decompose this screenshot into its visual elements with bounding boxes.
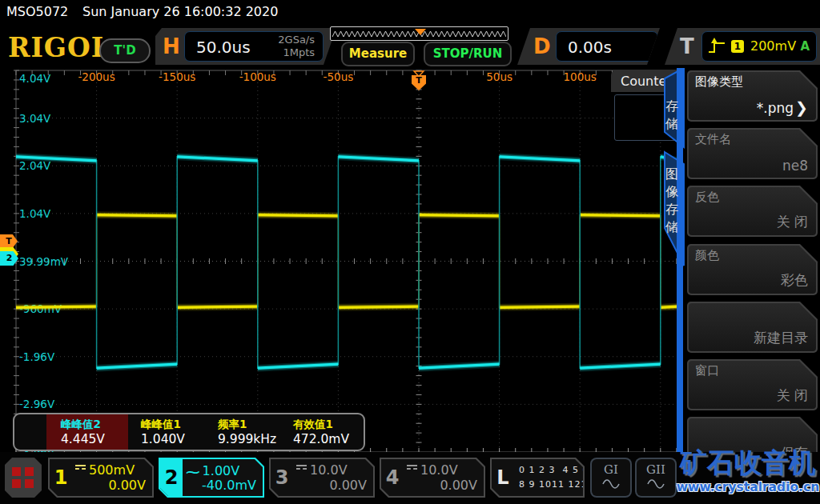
digital-channels-row1: 0 1 2 3 4 5 6 7 [519, 465, 599, 475]
generator1-box[interactable]: GI [590, 458, 632, 498]
dc-coupling-icon [296, 465, 307, 473]
measurement-freq1[interactable]: 频率1 9.999kHz [218, 414, 290, 450]
svg-text:4.04V: 4.04V [19, 72, 51, 85]
dc-coupling-icon [407, 465, 417, 473]
channel3-box[interactable]: 3 10.0V 0.00V [269, 458, 375, 498]
quick-menu-button[interactable] [5, 458, 42, 498]
sine-wave-icon [646, 479, 665, 489]
svg-text:-100us: -100us [239, 70, 276, 83]
channel4-number: 4 [381, 459, 404, 496]
measurement-panel: 峰峰值2 4.445V 峰峰值1 1.040V 频率1 9.999kHz 有效值… [13, 413, 365, 451]
channel4-box[interactable]: 4 10.0V 0.00V [380, 458, 485, 498]
ac-coupling-icon: ~ [184, 462, 201, 482]
svg-text:3.04V: 3.04V [19, 112, 51, 125]
svg-text:50us: 50us [486, 70, 512, 83]
menu-item-color[interactable]: 颜色 彩色 [687, 244, 818, 295]
measurement-vrms1[interactable]: 有效值1 472.0mV [293, 414, 360, 450]
svg-text:-2.96V: -2.96V [19, 398, 55, 410]
chevron-right-icon: ❯ [795, 98, 808, 116]
sine-wave-icon [601, 479, 621, 489]
channel3-number: 3 [271, 459, 293, 496]
channel1-box[interactable]: 1 500mV 0.00V [48, 458, 154, 498]
tab-image-storage[interactable]: 图像存储 [665, 166, 679, 236]
watermark-title: 矿石收音机 [676, 445, 820, 480]
logic-label: L [492, 459, 514, 496]
menu-border-line [677, 68, 683, 504]
channel2-number: 2 [160, 459, 183, 496]
channel2-box[interactable]: 2 ~1.00V -40.0mV [159, 458, 264, 498]
channel1-number: 1 [50, 459, 72, 496]
watermark: 矿石收音机 www.crystalradio.cn [676, 445, 820, 494]
logic-analyzer-box[interactable]: L 0 1 2 3 4 5 6 7 8 9 1011 12131415 [490, 458, 585, 498]
generator2-box[interactable]: GII [635, 458, 677, 498]
tab-storage[interactable]: 存储 [665, 98, 679, 133]
measurement-vpp2[interactable]: 峰峰值2 4.445V [61, 414, 138, 450]
watermark-url: www.crystalradio.cn [676, 480, 820, 494]
svg-text:-150us: -150us [159, 70, 195, 83]
measurement-vpp1[interactable]: 峰峰值1 1.040V [141, 414, 215, 450]
menu-item-new-directory[interactable]: 新建目录 [687, 302, 818, 353]
svg-text:-50us: -50us [324, 70, 354, 83]
menu-item-filename[interactable]: 文件名 ne8 [687, 128, 818, 179]
svg-text:39.99mV: 39.99mV [19, 255, 69, 268]
svg-text:-200us: -200us [78, 70, 115, 83]
svg-text:100us: 100us [564, 70, 597, 83]
menu-item-window[interactable]: 窗口 关 闭 [687, 359, 818, 410]
svg-text:1.04V: 1.04V [19, 207, 51, 220]
svg-text:-1.96V: -1.96V [19, 350, 55, 363]
menu-item-invert[interactable]: 反色 关 闭 [687, 186, 818, 237]
menu-item-image-type[interactable]: 图像类型 *.png❯ [687, 70, 818, 122]
menu-panel: 图像类型 *.png❯ 文件名 ne8 反色 关 闭 颜色 彩色 新建目录 窗口… [685, 67, 820, 504]
dc-coupling-icon [75, 465, 86, 473]
